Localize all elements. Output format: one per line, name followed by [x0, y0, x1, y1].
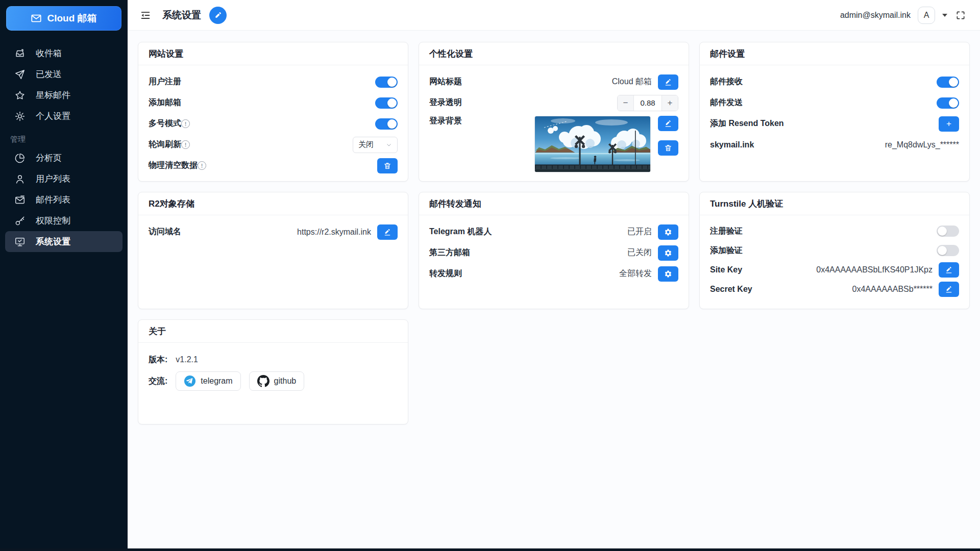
- add-resend-token-button[interactable]: +: [939, 116, 959, 132]
- star-icon: [14, 90, 26, 101]
- delete-login-background-button[interactable]: [658, 140, 678, 156]
- info-icon: !: [181, 119, 190, 128]
- card-title: 关于: [138, 320, 408, 343]
- edit-login-background-button[interactable]: [658, 116, 678, 131]
- sidebar-item-permissions[interactable]: 权限控制: [5, 210, 122, 231]
- avatar[interactable]: A: [918, 7, 935, 24]
- sidebar-section-label: 管理: [5, 127, 122, 147]
- mail-receive-label: 邮件接收: [710, 77, 743, 87]
- forward-rule-config-button[interactable]: [658, 266, 678, 282]
- mail-receive-toggle[interactable]: [937, 77, 959, 88]
- resend-token-value: re_Mq8dwLys_******: [885, 140, 959, 149]
- page-title: 系统设置: [162, 9, 201, 22]
- register-verify-toggle[interactable]: [937, 226, 959, 237]
- card-title: Turnstile 人机验证: [700, 192, 969, 215]
- app-logo-title: Cloud 邮箱: [47, 12, 96, 25]
- login-background-preview[interactable]: [534, 116, 651, 172]
- menu-fold-icon: [140, 10, 151, 21]
- sidebar-item-label: 已发送: [36, 68, 62, 80]
- multi-account-toggle[interactable]: [375, 118, 398, 130]
- site-key-value: 0x4AAAAAABSbLfKS40P1JKpz: [816, 265, 933, 274]
- setting-row: 登录背景: [429, 113, 678, 172]
- edit-site-title-button[interactable]: [658, 74, 678, 90]
- mail-icon: [31, 13, 42, 24]
- setting-row: 邮件接收: [710, 71, 959, 92]
- send-icon: [14, 69, 26, 80]
- stepper-minus-button[interactable]: −: [618, 95, 634, 111]
- setting-row: 物理清空数据 !: [149, 155, 398, 176]
- sidebar-item-sent[interactable]: 已发送: [5, 64, 122, 85]
- version-label: 版本:: [149, 355, 167, 365]
- sidebar-item-label: 权限控制: [36, 215, 70, 227]
- setting-row: Secret Key 0x4AAAAAABSb******: [710, 280, 959, 299]
- forward-rule-status: 全部转发: [619, 268, 652, 279]
- sidebar-item-label: 星标邮件: [36, 89, 70, 101]
- card-mail-settings: 邮件设置 邮件接收 邮件发送 添加 Resend Token +: [699, 42, 970, 182]
- github-link-button[interactable]: github: [249, 371, 305, 391]
- sidebar-item-inbox[interactable]: 收件箱: [5, 43, 122, 64]
- user-icon: [14, 173, 26, 185]
- sidebar-item-system-settings[interactable]: 系统设置: [5, 231, 122, 252]
- polling-label: 轮询刷新: [149, 139, 181, 150]
- sidebar-item-personal-settings[interactable]: 个人设置: [5, 106, 122, 127]
- content: 网站设置 用户注册 添加邮箱 多号模式 !: [128, 31, 980, 436]
- trash-icon: [664, 144, 672, 152]
- purge-data-button[interactable]: [377, 158, 398, 173]
- telegram-link-button[interactable]: telegram: [176, 371, 240, 391]
- card-title: 网站设置: [138, 42, 408, 65]
- user-register-toggle[interactable]: [375, 77, 398, 88]
- edit-site-key-button[interactable]: [939, 262, 959, 278]
- window-bottom-edge: [0, 548, 980, 551]
- sidebar-item-analytics[interactable]: 分析页: [5, 147, 122, 168]
- third-party-mail-status: 已关闭: [627, 247, 652, 258]
- gear-icon: [664, 270, 672, 278]
- fullscreen-icon: [955, 10, 966, 20]
- sidebar-item-starred[interactable]: 星标邮件: [5, 85, 122, 106]
- version-value: v1.2.1: [176, 355, 198, 364]
- login-opacity-value[interactable]: 0.88: [634, 95, 662, 111]
- topbar-right: admin@skymail.ink A: [840, 7, 967, 24]
- fullscreen-button[interactable]: [954, 9, 967, 21]
- card-site-settings: 网站设置 用户注册 添加邮箱 多号模式 !: [138, 42, 408, 182]
- rename-page-button[interactable]: [209, 7, 227, 24]
- telegram-bot-config-button[interactable]: [658, 224, 678, 240]
- add-mailbox-toggle[interactable]: [375, 97, 398, 109]
- setting-row: 访问域名 https://r2.skymail.ink: [149, 221, 398, 242]
- app-logo-button[interactable]: Cloud 邮箱: [6, 6, 121, 31]
- contact-label: 交流:: [149, 376, 167, 387]
- edit-secret-key-button[interactable]: [939, 282, 959, 297]
- site-title-label: 网站标题: [429, 77, 462, 87]
- third-party-mail-config-button[interactable]: [658, 245, 678, 261]
- setting-row: 添加验证: [710, 241, 959, 260]
- user-email: admin@skymail.ink: [840, 11, 911, 20]
- polling-select[interactable]: 关闭: [353, 137, 398, 153]
- setting-row: 转发规则 全部转发: [429, 263, 678, 284]
- telegram-icon: [184, 375, 196, 387]
- stepper-plus-button[interactable]: +: [662, 95, 678, 111]
- sidebar-item-users[interactable]: 用户列表: [5, 168, 122, 189]
- setting-row: 添加 Resend Token +: [710, 113, 959, 134]
- sidebar-collapse-button[interactable]: [139, 9, 152, 22]
- add-verify-toggle[interactable]: [937, 245, 959, 256]
- setting-row: 邮件发送: [710, 92, 959, 113]
- envelope-icon: [14, 194, 26, 206]
- register-verify-label: 注册验证: [710, 226, 743, 237]
- site-key-label: Site Key: [710, 265, 742, 274]
- sidebar-item-label: 邮件列表: [36, 194, 70, 206]
- sidebar-item-label: 用户列表: [36, 173, 70, 185]
- login-opacity-label: 登录透明: [429, 97, 462, 108]
- monitor-check-icon: [14, 236, 26, 247]
- settings-grid: 网站设置 用户注册 添加邮箱 多号模式 !: [138, 42, 970, 424]
- card-title: 个性化设置: [419, 42, 689, 65]
- site-title-value: Cloud 邮箱: [612, 77, 652, 87]
- polling-select-value: 关闭: [358, 140, 374, 149]
- chevron-down-icon[interactable]: [942, 14, 947, 17]
- sidebar-item-mail-list[interactable]: 邮件列表: [5, 189, 122, 210]
- sidebar-nav: 收件箱 已发送 星标邮件 个人设置 管理 分析页 用户列表 邮件列表: [0, 37, 128, 252]
- setting-row: 轮询刷新 ! 关闭: [149, 134, 398, 155]
- mail-send-toggle[interactable]: [937, 97, 959, 109]
- edit-r2-domain-button[interactable]: [377, 224, 398, 240]
- gear-icon: [664, 228, 672, 236]
- pie-chart-icon: [14, 153, 26, 164]
- card-forward-notify: 邮件转发通知 Telegram 机器人 已开启 第三方邮箱: [419, 192, 689, 309]
